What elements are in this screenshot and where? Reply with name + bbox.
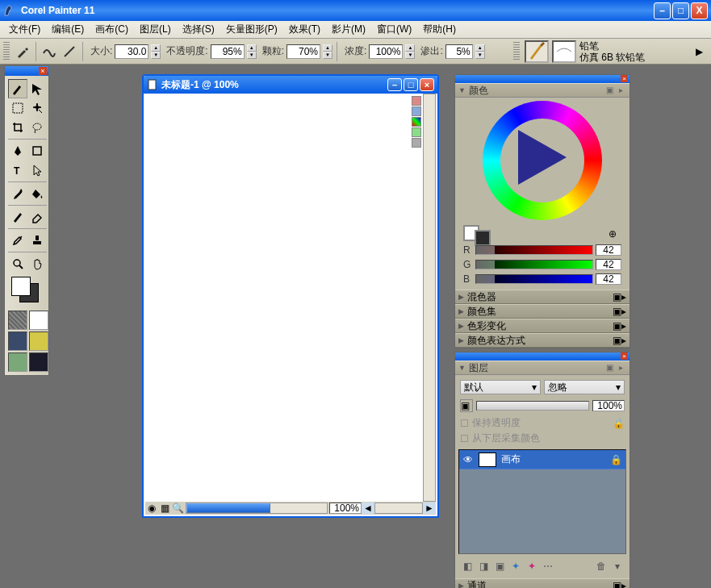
brush-tool[interactable] bbox=[8, 79, 27, 98]
layer-opacity-input[interactable] bbox=[592, 400, 625, 411]
grain-spinner[interactable]: ▲▼ bbox=[323, 44, 332, 59]
close-icon[interactable]: × bbox=[39, 67, 47, 75]
paint-tool[interactable] bbox=[8, 207, 27, 227]
layer-opacity-slider[interactable] bbox=[476, 401, 589, 411]
colorvar-panel-header[interactable]: ▶色彩变化▣▸ bbox=[455, 319, 629, 333]
freehand-icon[interactable] bbox=[40, 43, 58, 60]
text-tool[interactable]: T bbox=[8, 161, 27, 180]
bleed-spinner[interactable]: ▲▼ bbox=[475, 44, 485, 59]
menu-item[interactable]: 影片(M) bbox=[326, 21, 371, 38]
panel-drag-bar[interactable]: × bbox=[455, 352, 629, 361]
paper-swatch[interactable] bbox=[29, 332, 48, 351]
r-input[interactable] bbox=[596, 244, 621, 256]
new-layer-button2[interactable]: ✦ bbox=[525, 559, 539, 573]
nav-icon[interactable]: ◉ bbox=[145, 503, 158, 514]
document-title-bar[interactable]: 未标题-1 @ 100% – □ × bbox=[144, 76, 437, 94]
close-icon[interactable]: × bbox=[621, 75, 628, 82]
brush-menu-arrow[interactable]: ▶ bbox=[696, 46, 703, 57]
panel-iconize-button[interactable]: ▣ bbox=[604, 363, 615, 373]
minimize-button[interactable]: – bbox=[654, 2, 671, 19]
paper-swatch[interactable] bbox=[8, 311, 27, 330]
size-input[interactable] bbox=[115, 44, 148, 59]
b-slider[interactable] bbox=[475, 274, 593, 284]
panel-menu-button[interactable]: ▸ bbox=[615, 85, 626, 95]
resat-spinner[interactable]: ▲▼ bbox=[405, 44, 415, 59]
doc-close-button[interactable]: × bbox=[420, 78, 434, 91]
visibility-icon[interactable]: 👁 bbox=[462, 454, 474, 465]
menu-item[interactable]: 矢量图形(P) bbox=[220, 21, 283, 38]
grip[interactable] bbox=[3, 42, 10, 61]
panel-iconize-button[interactable]: ▣ bbox=[604, 85, 615, 95]
doc-maximize-button[interactable]: □ bbox=[404, 78, 418, 91]
composite-select[interactable]: 忽略▾ bbox=[544, 380, 625, 394]
layer-icon[interactable]: ▣ bbox=[460, 399, 473, 412]
r-slider[interactable] bbox=[475, 245, 593, 255]
scroll-left-button[interactable]: ◄ bbox=[362, 503, 374, 514]
foreground-color-swatch[interactable] bbox=[11, 277, 31, 296]
menu-item[interactable]: 文件(F) bbox=[3, 21, 46, 38]
eraser-tool[interactable] bbox=[27, 207, 47, 227]
resat-input[interactable] bbox=[369, 44, 403, 59]
b-input[interactable] bbox=[596, 273, 621, 285]
nav-icon[interactable] bbox=[412, 117, 421, 127]
color-panel-header[interactable]: ▼ 颜色 ▣ ▸ bbox=[455, 83, 629, 98]
canvas[interactable] bbox=[145, 94, 423, 502]
maximize-button[interactable]: □ bbox=[672, 2, 689, 19]
pointer-tool[interactable] bbox=[27, 161, 47, 180]
clone-color-icon[interactable]: ⊕ bbox=[609, 228, 621, 241]
vertical-scrollbar[interactable] bbox=[423, 94, 436, 502]
nav-icon[interactable] bbox=[412, 127, 421, 137]
layer-group-button[interactable]: ▣ bbox=[492, 559, 507, 573]
shape-tool[interactable] bbox=[27, 141, 47, 161]
brush-variant-preview[interactable] bbox=[552, 40, 576, 63]
new-layer-button[interactable]: ✦ bbox=[508, 559, 523, 573]
menu-item[interactable]: 窗口(W) bbox=[371, 21, 417, 38]
zoom-tool[interactable] bbox=[8, 254, 27, 273]
zoom-input[interactable] bbox=[329, 503, 362, 514]
grid-icon[interactable]: ▦ bbox=[158, 503, 171, 514]
bucket-tool[interactable] bbox=[27, 184, 47, 203]
paper-swatch[interactable] bbox=[8, 332, 27, 351]
brush-category-preview[interactable] bbox=[525, 40, 549, 63]
hand-tool[interactable] bbox=[27, 254, 47, 273]
dropper-tool[interactable] bbox=[8, 184, 27, 203]
paper-swatch[interactable] bbox=[29, 311, 48, 330]
layer-commands-button[interactable]: ⋯ bbox=[541, 559, 555, 573]
nav-icon[interactable] bbox=[412, 138, 421, 148]
primary-color-swatch[interactable] bbox=[475, 230, 491, 246]
zoom-icon[interactable]: 🔍 bbox=[171, 503, 184, 514]
color-wheel[interactable] bbox=[483, 101, 602, 220]
eyedropper-tool[interactable] bbox=[8, 231, 27, 250]
panel-drag-bar[interactable]: × bbox=[455, 75, 629, 83]
layer-item-canvas[interactable]: 👁 画布 🔒 bbox=[459, 450, 625, 469]
menu-item[interactable]: 画布(C) bbox=[90, 21, 134, 38]
color-swatches[interactable] bbox=[8, 277, 47, 304]
close-icon[interactable]: × bbox=[621, 352, 628, 360]
panel-menu-button[interactable]: ▸ bbox=[615, 363, 626, 373]
layer-mask-button[interactable]: ◨ bbox=[476, 559, 491, 573]
mixer-panel-header[interactable]: ▶混色器▣▸ bbox=[455, 290, 629, 304]
menu-item[interactable]: 编辑(E) bbox=[46, 21, 90, 38]
horizontal-scrollbar[interactable] bbox=[186, 503, 328, 514]
bleed-input[interactable] bbox=[445, 44, 473, 59]
close-button[interactable]: X bbox=[691, 2, 708, 19]
size-spinner[interactable]: ▲▼ bbox=[151, 44, 161, 59]
move-tool[interactable] bbox=[27, 79, 47, 98]
preserve-transparency-check[interactable]: ☐保持透明度🔒 bbox=[460, 415, 625, 431]
crop-tool[interactable] bbox=[8, 118, 27, 137]
delete-layer-button[interactable]: 🗑 bbox=[594, 559, 609, 573]
menu-item[interactable]: 图层(L) bbox=[134, 21, 177, 38]
nav-icon[interactable] bbox=[412, 106, 421, 116]
lasso-tool[interactable] bbox=[27, 118, 47, 137]
wand-tool[interactable] bbox=[27, 98, 47, 118]
menu-item[interactable]: 效果(T) bbox=[283, 21, 326, 38]
pick-underlying-color-check[interactable]: ☐从下层采集颜色 bbox=[460, 431, 625, 446]
scroll-track[interactable] bbox=[374, 503, 423, 514]
channels-panel-header[interactable]: ▶通道▣▸ bbox=[455, 578, 629, 588]
menu-item[interactable]: 帮助(H) bbox=[417, 21, 462, 38]
paper-swatch[interactable] bbox=[29, 352, 48, 372]
grip[interactable] bbox=[513, 42, 520, 61]
blend-mode-select[interactable]: 默认▾ bbox=[460, 380, 541, 394]
opacity-spinner[interactable]: ▲▼ bbox=[247, 44, 257, 59]
layer-fx-button[interactable]: ◧ bbox=[460, 559, 475, 573]
